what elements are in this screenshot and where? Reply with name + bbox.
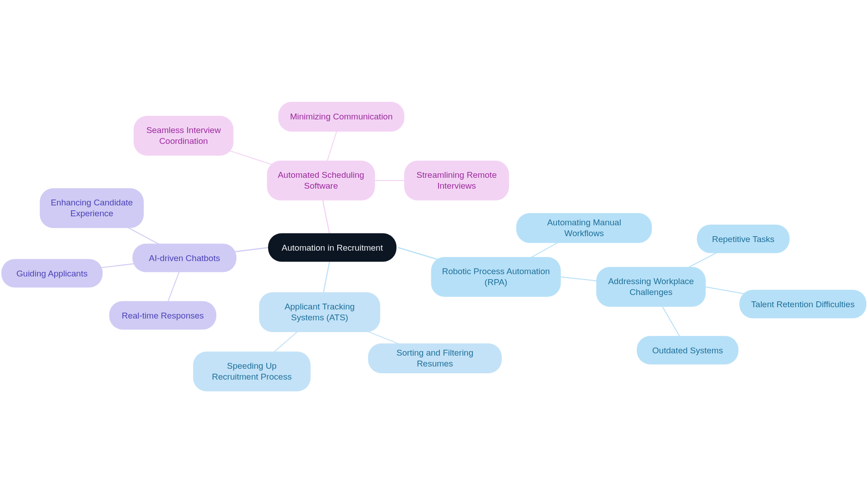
node-speeding-up-recruitment[interactable]: Speeding Up Recruitment Process bbox=[193, 352, 311, 391]
node-label: Speeding Up Recruitment Process bbox=[203, 361, 301, 382]
node-label: Minimizing Communication bbox=[290, 111, 392, 122]
node-real-time-responses[interactable]: Real-time Responses bbox=[109, 301, 217, 330]
node-label: Talent Retention Difficulties bbox=[751, 299, 855, 309]
node-seamless-interview-coordination[interactable]: Seamless Interview Coordination bbox=[134, 116, 234, 156]
root-label: Automation in Recruitment bbox=[282, 242, 383, 253]
node-addressing-workplace-challenges[interactable]: Addressing Workplace Challenges bbox=[596, 267, 706, 307]
node-label: Robotic Process Automation (RPA) bbox=[441, 266, 551, 288]
node-minimizing-communication[interactable]: Minimizing Communication bbox=[278, 102, 405, 132]
node-robotic-process-automation[interactable]: Robotic Process Automation (RPA) bbox=[431, 257, 561, 297]
node-label: Sorting and Filtering Resumes bbox=[378, 347, 492, 369]
node-label: Outdated Systems bbox=[652, 345, 723, 356]
node-sorting-filtering-resumes[interactable]: Sorting and Filtering Resumes bbox=[368, 343, 502, 373]
node-label: Automating Manual Workflows bbox=[526, 217, 642, 239]
node-label: Addressing Workplace Challenges bbox=[606, 276, 696, 298]
node-applicant-tracking-systems[interactable]: Applicant Tracking Systems (ATS) bbox=[259, 292, 380, 332]
node-enhancing-candidate-experience[interactable]: Enhancing Candidate Experience bbox=[40, 188, 144, 228]
node-label: Seamless Interview Coordination bbox=[144, 125, 224, 147]
mindmap-canvas: Automation in Recruitment Automated Sche… bbox=[0, 0, 868, 490]
node-label: Guiding Applicants bbox=[16, 268, 87, 279]
node-label: Enhancing Candidate Experience bbox=[50, 197, 134, 219]
node-guiding-applicants[interactable]: Guiding Applicants bbox=[1, 259, 103, 288]
node-outdated-systems[interactable]: Outdated Systems bbox=[637, 336, 739, 365]
node-label: Streamlining Remote Interviews bbox=[414, 170, 499, 191]
node-label: Repetitive Tasks bbox=[712, 233, 774, 244]
node-repetitive-tasks[interactable]: Repetitive Tasks bbox=[697, 225, 790, 253]
node-label: AI-driven Chatbots bbox=[149, 252, 220, 263]
node-talent-retention-difficulties[interactable]: Talent Retention Difficulties bbox=[740, 290, 867, 319]
node-streamlining-remote-interviews[interactable]: Streamlining Remote Interviews bbox=[404, 161, 509, 200]
node-automating-manual-workflows[interactable]: Automating Manual Workflows bbox=[516, 213, 652, 243]
node-label: Real-time Responses bbox=[122, 310, 204, 321]
node-label: Applicant Tracking Systems (ATS) bbox=[269, 301, 370, 323]
node-ai-driven-chatbots[interactable]: AI-driven Chatbots bbox=[132, 244, 236, 272]
node-automated-scheduling-software[interactable]: Automated Scheduling Software bbox=[267, 161, 375, 200]
root-node-automation-in-recruitment[interactable]: Automation in Recruitment bbox=[268, 233, 396, 262]
node-label: Automated Scheduling Software bbox=[277, 170, 365, 191]
